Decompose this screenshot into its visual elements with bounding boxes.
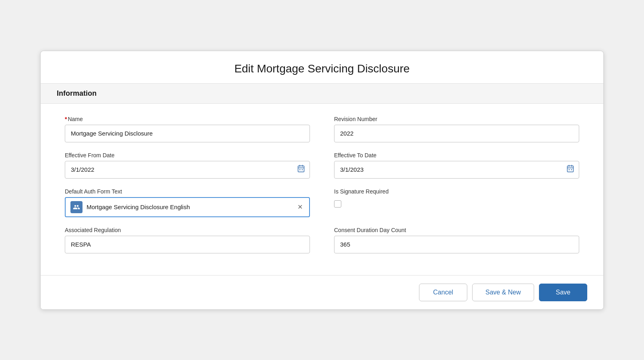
svg-rect-10: [569, 169, 570, 171]
modal-container: Edit Mortgage Servicing Disclosure Infor…: [40, 51, 604, 310]
modal-title: Edit Mortgage Servicing Disclosure: [57, 62, 587, 75]
associated-regulation-group: Associated Regulation: [65, 227, 310, 253]
effective-to-date-wrapper: [334, 161, 579, 179]
effective-from-date-input[interactable]: [65, 161, 310, 179]
consent-duration-day-count-group: Consent Duration Day Count: [334, 227, 579, 253]
form-row-4: Associated Regulation Consent Duration D…: [65, 227, 579, 253]
svg-rect-5: [302, 169, 303, 171]
default-auth-form-text-value: Mortgage Servicing Disclosure English: [87, 204, 292, 210]
name-input[interactable]: [65, 125, 310, 142]
effective-from-date-label: Effective From Date: [65, 152, 310, 158]
lookup-clear-icon[interactable]: ✕: [296, 203, 304, 211]
form-row-3: Default Auth Form Text Mortgage Servicin…: [65, 188, 579, 217]
section-header: Information: [41, 83, 603, 104]
effective-to-date-input[interactable]: [334, 161, 579, 179]
effective-from-date-wrapper: [65, 161, 310, 179]
modal-header: Edit Mortgage Servicing Disclosure: [41, 51, 603, 83]
svg-rect-0: [298, 166, 304, 172]
is-signature-required-wrapper: [334, 200, 579, 208]
name-group: *Name: [65, 116, 310, 142]
effective-to-date-calendar-icon[interactable]: [566, 165, 574, 175]
effective-from-date-calendar-icon[interactable]: [297, 165, 305, 175]
effective-to-date-group: Effective To Date: [334, 152, 579, 179]
svg-rect-11: [571, 169, 572, 171]
lookup-icon-box: [70, 201, 83, 213]
consent-duration-day-count-input[interactable]: [334, 236, 579, 253]
svg-rect-6: [568, 166, 574, 172]
default-auth-form-text-lookup[interactable]: Mortgage Servicing Disclosure English ✕: [65, 197, 310, 217]
required-star: *: [65, 116, 67, 122]
form-row-1: *Name Revision Number: [65, 116, 579, 142]
people-icon: [73, 204, 80, 211]
revision-number-group: Revision Number: [334, 116, 579, 142]
cancel-button[interactable]: Cancel: [419, 284, 467, 301]
revision-number-label: Revision Number: [334, 116, 579, 122]
save-button[interactable]: Save: [539, 284, 587, 301]
associated-regulation-input[interactable]: [65, 236, 310, 253]
consent-duration-day-count-label: Consent Duration Day Count: [334, 227, 579, 233]
associated-regulation-label: Associated Regulation: [65, 227, 310, 233]
is-signature-required-checkbox[interactable]: [334, 200, 341, 208]
default-auth-form-text-group: Default Auth Form Text Mortgage Servicin…: [65, 188, 310, 217]
effective-to-date-label: Effective To Date: [334, 152, 579, 158]
form-body: *Name Revision Number Effective From Dat…: [41, 104, 603, 275]
is-signature-required-group: Is Signature Required: [334, 188, 579, 217]
svg-rect-4: [299, 169, 301, 171]
save-new-button[interactable]: Save & New: [472, 284, 534, 301]
name-label: *Name: [65, 116, 310, 122]
section-title: Information: [57, 89, 97, 97]
default-auth-form-text-label: Default Auth Form Text: [65, 188, 310, 195]
revision-number-input[interactable]: [334, 125, 579, 142]
effective-from-date-group: Effective From Date: [65, 152, 310, 179]
form-row-2: Effective From Date: [65, 152, 579, 179]
modal-footer: Cancel Save & New Save: [41, 275, 603, 309]
is-signature-required-label: Is Signature Required: [334, 188, 579, 195]
